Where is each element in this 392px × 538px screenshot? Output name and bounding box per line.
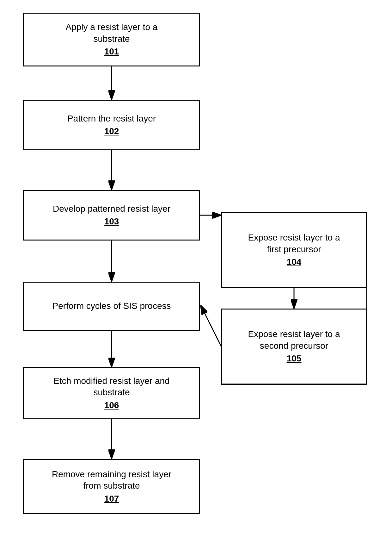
- box-apply-resist: Apply a resist layer to a substrate 101: [23, 13, 200, 66]
- box-expose-first-text2: first precursor: [267, 244, 321, 255]
- box-develop-resist: Develop patterned resist layer 103: [23, 190, 200, 241]
- box-remove-resist: Remove remaining resist layer from subst…: [23, 459, 200, 514]
- box-remove-text1: Remove remaining resist layer: [52, 469, 171, 480]
- diagram-container: Apply a resist layer to a substrate 101 …: [0, 0, 392, 538]
- box-pattern-ref: 102: [104, 126, 119, 137]
- box-expose-second-ref: 105: [287, 353, 302, 364]
- box-perform-sis: Perform cycles of SIS process: [23, 282, 200, 331]
- box-etch-text2: substrate: [93, 387, 130, 398]
- box-etch-ref: 106: [104, 400, 119, 411]
- box-expose-first: Expose resist layer to a first precursor…: [221, 212, 367, 288]
- box-expose-second-text1: Expose resist layer to a: [248, 328, 340, 340]
- box-etch-resist: Etch modified resist layer and substrate…: [23, 367, 200, 419]
- box-develop-ref: 103: [104, 216, 119, 227]
- box-apply-text: Apply a resist layer to a: [65, 22, 157, 33]
- box-remove-text2: from substrate: [83, 480, 140, 491]
- box-develop-text: Develop patterned resist layer: [53, 203, 170, 215]
- box-apply-text2: substrate: [93, 33, 130, 45]
- box-perform-text: Perform cycles of SIS process: [52, 300, 171, 312]
- box-expose-second-text2: second precursor: [260, 340, 328, 352]
- box-expose-first-ref: 104: [287, 256, 302, 268]
- box-apply-ref: 101: [104, 46, 119, 57]
- box-expose-first-text1: Expose resist layer to a: [248, 232, 340, 243]
- box-expose-second: Expose resist layer to a second precurso…: [221, 309, 367, 385]
- svg-line-6: [201, 306, 221, 347]
- box-pattern-resist: Pattern the resist layer 102: [23, 100, 200, 150]
- box-remove-ref: 107: [104, 493, 119, 504]
- box-etch-text1: Etch modified resist layer and: [53, 375, 169, 387]
- box-pattern-text: Pattern the resist layer: [67, 113, 156, 124]
